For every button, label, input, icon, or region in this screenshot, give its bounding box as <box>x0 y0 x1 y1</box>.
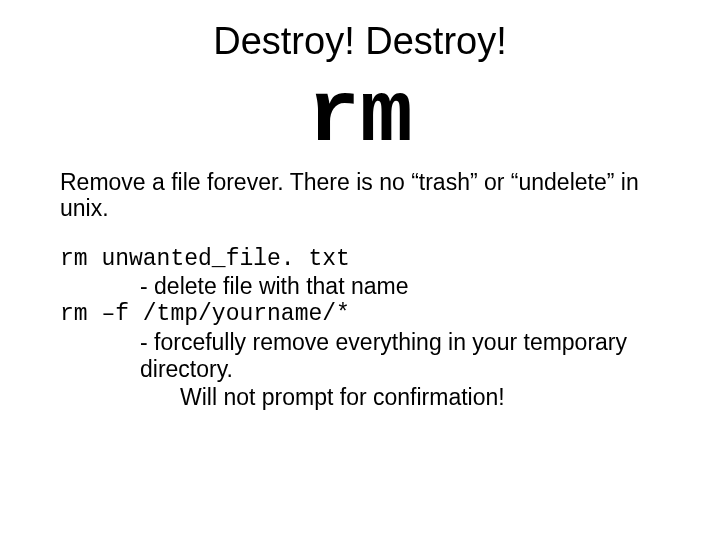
warning-text: Will not prompt for confirmation! <box>60 384 660 412</box>
command-description: Remove a file forever. There is no “tras… <box>60 169 660 222</box>
command-heading: rm <box>60 73 660 161</box>
examples-block: rm unwanted_file. txt - delete file with… <box>60 246 660 412</box>
slide: Destroy! Destroy! rm Remove a file forev… <box>0 0 720 431</box>
example-2-command: rm –f /tmp/yourname/* <box>60 301 660 329</box>
example-1-note: - delete file with that name <box>60 273 660 301</box>
example-1-command: rm unwanted_file. txt <box>60 246 660 274</box>
example-2-note: - forcefully remove everything in your t… <box>60 329 660 384</box>
slide-title: Destroy! Destroy! <box>60 20 660 63</box>
